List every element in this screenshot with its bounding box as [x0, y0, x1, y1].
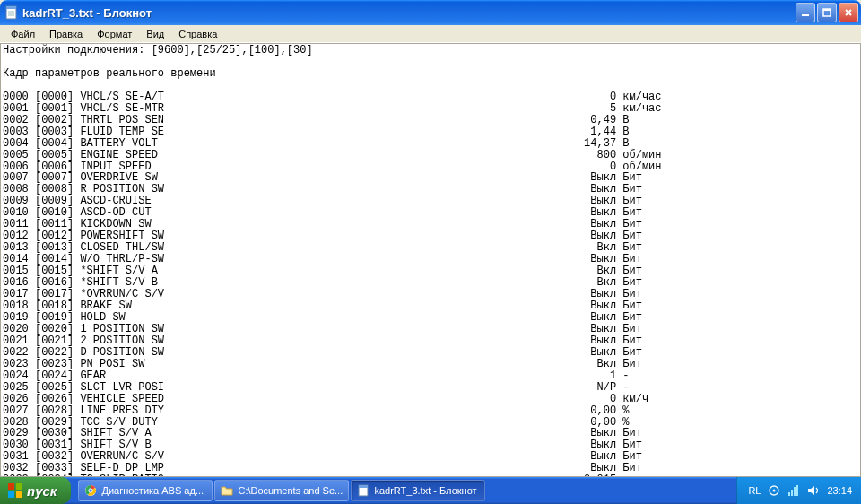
window-title: kadrRT_3.txt - Блокнот	[22, 6, 796, 20]
clock[interactable]: 23:14	[827, 485, 852, 496]
menu-help[interactable]: Справка	[171, 27, 224, 41]
svg-rect-23	[794, 487, 796, 496]
taskbar-item-label: Диагностика ABS ад...	[101, 485, 204, 496]
svg-marker-25	[808, 486, 814, 495]
window-controls	[796, 3, 858, 22]
windows-logo-icon	[7, 482, 23, 499]
svg-rect-11	[16, 483, 22, 490]
notepad-icon	[357, 484, 370, 497]
svg-rect-7	[823, 9, 831, 11]
svg-point-20	[773, 490, 776, 492]
menu-view[interactable]: Вид	[139, 27, 171, 41]
start-button[interactable]: пуск	[0, 477, 71, 504]
maximize-button[interactable]	[817, 3, 837, 22]
svg-rect-1	[6, 6, 16, 9]
task-items: Диагностика ABS ад...C:\Documents and Se…	[78, 480, 736, 501]
chrome-icon	[84, 484, 97, 497]
svg-point-16	[89, 489, 92, 492]
taskbar-item-label: kadrRT_3.txt - Блокнот	[374, 485, 476, 496]
signal-icon[interactable]	[787, 484, 800, 497]
text-area[interactable]: Настройки подключения: [9600],[25/25],[1…	[0, 43, 861, 477]
taskbar: пуск Диагностика ABS ад...C:\Documents a…	[0, 477, 861, 504]
menu-edit[interactable]: Правка	[42, 27, 90, 41]
taskbar-item[interactable]: kadrRT_3.txt - Блокнот	[351, 480, 485, 501]
svg-rect-18	[359, 485, 368, 488]
svg-rect-21	[788, 492, 790, 496]
close-button[interactable]	[839, 3, 858, 22]
svg-rect-10	[8, 483, 14, 490]
language-indicator[interactable]: RL	[748, 485, 761, 496]
notepad-icon	[4, 5, 19, 20]
taskbar-item[interactable]: Диагностика ABS ад...	[78, 480, 213, 501]
svg-rect-12	[8, 491, 14, 498]
start-label: пуск	[27, 483, 57, 499]
folder-icon	[221, 484, 233, 497]
network-icon[interactable]	[768, 484, 780, 497]
titlebar: kadrRT_3.txt - Блокнот	[0, 0, 861, 25]
menu-file[interactable]: Файл	[4, 27, 42, 41]
menubar: Файл Правка Формат Вид Справка	[0, 25, 861, 43]
taskbar-item-label: C:\Documents and Se...	[238, 485, 343, 496]
svg-rect-5	[802, 14, 809, 16]
volume-icon[interactable]	[807, 484, 820, 497]
system-tray: RL 23:14	[736, 477, 861, 504]
taskbar-item[interactable]: C:\Documents and Se...	[214, 480, 349, 501]
svg-rect-22	[791, 490, 793, 496]
svg-rect-24	[796, 485, 798, 496]
svg-rect-13	[16, 491, 22, 498]
minimize-button[interactable]	[796, 3, 815, 22]
menu-format[interactable]: Формат	[90, 27, 139, 41]
